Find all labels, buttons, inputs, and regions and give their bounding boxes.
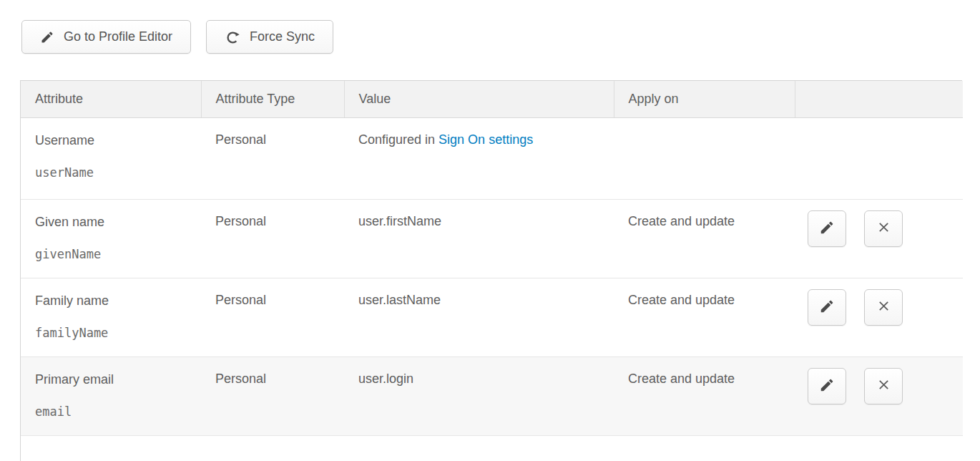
cell-attribute-type: Personal [201, 199, 344, 278]
close-icon [876, 377, 891, 394]
table-row: Primary email email Personal user.login … [21, 356, 963, 435]
cell-attribute: Username userName [21, 117, 201, 199]
cell-attribute-type: Personal [201, 278, 344, 356]
attribute-mappings-table: Attribute Attribute Type Value Apply on … [20, 80, 962, 461]
table-row: Given name givenName Personal user.first… [21, 199, 963, 278]
cell-attribute-type: Personal [201, 356, 344, 435]
edit-attribute-button[interactable] [808, 210, 846, 247]
cell-actions [795, 278, 963, 356]
cell-apply-on: Create and update [614, 199, 795, 278]
pencil-icon [819, 220, 835, 238]
table-row: Username userName Personal Configured in… [21, 117, 963, 199]
column-header-attribute-type: Attribute Type [201, 81, 344, 117]
cell-value: user.firstName [344, 199, 614, 278]
attribute-label: Family name [35, 293, 201, 309]
sign-on-settings-link[interactable]: Sign On settings [438, 132, 533, 147]
cell-attribute: Family name familyName [21, 278, 201, 356]
pencil-icon [40, 30, 54, 44]
cell-attribute: Primary email email [21, 356, 201, 435]
force-sync-button[interactable]: Force Sync [206, 20, 333, 54]
attribute-variable-name: familyName [35, 325, 201, 341]
go-to-profile-editor-button[interactable]: Go to Profile Editor [21, 20, 191, 54]
column-header-apply-on: Apply on [614, 81, 795, 117]
attribute-variable-name: givenName [35, 246, 201, 262]
column-header-actions [795, 81, 963, 117]
attribute-label: Given name [35, 214, 201, 230]
pencil-icon [819, 299, 835, 316]
cell-actions [795, 117, 963, 199]
delete-attribute-button[interactable] [864, 368, 903, 404]
cell-value: Configured in Sign On settings [344, 117, 614, 199]
table-header: Attribute Attribute Type Value Apply on [21, 81, 963, 117]
attribute-label: Primary email [35, 372, 201, 387]
delete-attribute-button[interactable] [864, 289, 903, 326]
column-header-attribute: Attribute [21, 81, 201, 117]
attribute-label: Username [35, 132, 201, 148]
edit-attribute-button[interactable] [808, 368, 846, 404]
column-header-value: Value [344, 81, 614, 117]
cell-apply-on [614, 117, 795, 199]
cell-apply-on: Create and update [614, 278, 795, 356]
force-sync-label: Force Sync [250, 29, 315, 44]
cell-attribute: Given name givenName [21, 199, 201, 278]
cell-apply-on: Create and update [614, 356, 795, 435]
value-prefix-text: Configured in [358, 132, 435, 147]
refresh-icon [225, 29, 240, 45]
attribute-mappings-page: Go to Profile Editor Force Sync [0, 0, 980, 461]
cell-attribute-type: Personal [201, 117, 344, 199]
pencil-icon [819, 377, 835, 395]
attribute-variable-name: userName [35, 165, 201, 180]
go-to-profile-editor-label: Go to Profile Editor [64, 29, 172, 44]
table-row: Family name familyName Personal user.las… [21, 278, 963, 356]
cell-value: user.lastName [344, 278, 614, 356]
close-icon [876, 220, 891, 237]
cell-value: user.login [344, 356, 614, 435]
toolbar: Go to Profile Editor Force Sync [0, 0, 980, 54]
cell-actions [795, 199, 963, 278]
attribute-variable-name: email [35, 404, 201, 419]
empty-cell [21, 435, 963, 461]
close-icon [876, 299, 891, 316]
empty-row [21, 435, 963, 461]
edit-attribute-button[interactable] [808, 289, 846, 326]
cell-actions [795, 356, 963, 435]
delete-attribute-button[interactable] [864, 210, 903, 247]
